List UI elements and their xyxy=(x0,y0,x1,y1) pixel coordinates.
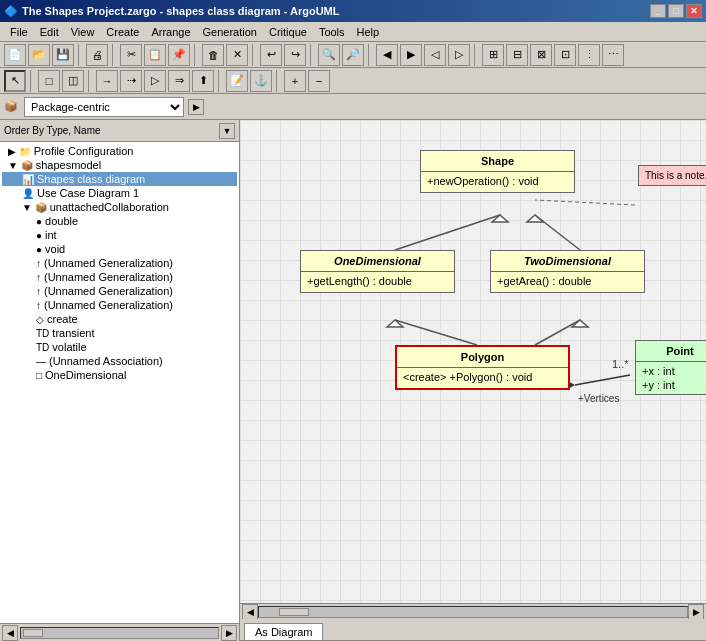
align3-btn[interactable]: ⊠ xyxy=(530,44,552,66)
pkg-scroll-right[interactable]: ▶ xyxy=(188,99,204,115)
tree-scroll-left[interactable]: ◀ xyxy=(2,625,18,641)
uml-class-shape[interactable]: Shape +newOperation() : void xyxy=(420,150,575,193)
tree-item-td1[interactable]: TD transient xyxy=(2,326,237,340)
tree-item-double[interactable]: ● double xyxy=(2,214,237,228)
align4-btn[interactable]: ⊡ xyxy=(554,44,576,66)
gen-tool[interactable]: ▷ xyxy=(144,70,166,92)
tree-area[interactable]: ▶ 📁 Profile Configuration ▼ 📦 shapesmode… xyxy=(0,142,239,623)
tree-hscroll-track[interactable] xyxy=(20,627,219,639)
tree-header: Order By Type, Name ▼ xyxy=(0,120,239,142)
title-text: The Shapes Project.zargo - shapes class … xyxy=(22,5,339,17)
hscroll-track[interactable] xyxy=(258,606,688,618)
menu-arrange[interactable]: Arrange xyxy=(145,24,196,40)
tree-item-shapesmodel[interactable]: ▼ 📦 shapesmodel xyxy=(2,158,237,172)
tree-item-void[interactable]: ● void xyxy=(2,242,237,256)
diagram-icon: 📊 xyxy=(22,174,34,185)
tree-order-label: Order By Type, Name xyxy=(4,125,101,136)
nav1-btn[interactable]: ◀ xyxy=(376,44,398,66)
tree-item-int[interactable]: ● int xyxy=(2,228,237,242)
tree-item-label: Profile Configuration xyxy=(34,145,134,157)
menu-edit[interactable]: Edit xyxy=(34,24,65,40)
gen-icon: ↑ xyxy=(36,258,41,269)
hscroll-left[interactable]: ◀ xyxy=(242,604,258,620)
maximize-button[interactable]: □ xyxy=(668,4,684,18)
align6-btn[interactable]: ⋯ xyxy=(602,44,624,66)
undo-btn[interactable]: ↩ xyxy=(260,44,282,66)
zoom-out-tool[interactable]: − xyxy=(308,70,330,92)
new-btn[interactable]: 📄 xyxy=(4,44,26,66)
uml-note[interactable]: This is a note. xyxy=(638,165,706,186)
tree-hscroll-thumb[interactable] xyxy=(23,629,43,637)
assoc-tool[interactable]: → xyxy=(96,70,118,92)
tree-scroll-right[interactable]: ▶ xyxy=(221,625,237,641)
open-btn[interactable]: 📂 xyxy=(28,44,50,66)
tree-item-usecase[interactable]: 👤 Use Case Diagram 1 xyxy=(2,186,237,200)
nav-tool[interactable]: ⬆ xyxy=(192,70,214,92)
tree-item-shapes-diagram[interactable]: 📊 Shapes class diagram xyxy=(2,172,237,186)
nav4-btn[interactable]: ▷ xyxy=(448,44,470,66)
tree-item-assoc[interactable]: — (Unnamed Association) xyxy=(2,354,237,368)
menubar: File Edit View Create Arrange Generation… xyxy=(0,22,706,42)
uml-class-point[interactable]: Point +x : int +y : int xyxy=(635,340,706,395)
paste-btn[interactable]: 📌 xyxy=(168,44,190,66)
menu-tools[interactable]: Tools xyxy=(313,24,351,40)
class-ops-twodim: +getArea() : double xyxy=(491,272,644,292)
tab-as-diagram[interactable]: As Diagram xyxy=(244,623,323,640)
save-btn[interactable]: 💾 xyxy=(52,44,74,66)
redo-btn[interactable]: ↪ xyxy=(284,44,306,66)
align1-btn[interactable]: ⊞ xyxy=(482,44,504,66)
anchor-tool[interactable]: ⚓ xyxy=(250,70,272,92)
nav2-btn[interactable]: ▶ xyxy=(400,44,422,66)
class-tool[interactable]: □ xyxy=(38,70,60,92)
tree-item-gen1[interactable]: ↑ (Unnamed Generalization) xyxy=(2,256,237,270)
zoom-in-tool[interactable]: + xyxy=(284,70,306,92)
tree-item-create[interactable]: ◇ create xyxy=(2,312,237,326)
nav3-btn[interactable]: ◁ xyxy=(424,44,446,66)
zoom-btn[interactable]: 🔎 xyxy=(342,44,364,66)
menu-file[interactable]: File xyxy=(4,24,34,40)
tree-item-label: Use Case Diagram 1 xyxy=(37,187,139,199)
menu-critique[interactable]: Critique xyxy=(263,24,313,40)
tree-item-gen3[interactable]: ↑ (Unnamed Generalization) xyxy=(2,284,237,298)
folder-icon: ▶ 📁 xyxy=(8,146,31,157)
tree-item-onedim[interactable]: □ OneDimensional xyxy=(2,368,237,382)
delete-btn[interactable]: ✕ xyxy=(226,44,248,66)
package-icon: 📦 xyxy=(4,100,18,113)
tree-item-profile[interactable]: ▶ 📁 Profile Configuration xyxy=(2,144,237,158)
menu-view[interactable]: View xyxy=(65,24,101,40)
hscroll-thumb[interactable] xyxy=(279,608,309,616)
menu-generation[interactable]: Generation xyxy=(197,24,263,40)
align2-btn[interactable]: ⊟ xyxy=(506,44,528,66)
dep-tool[interactable]: ⇢ xyxy=(120,70,142,92)
hscroll-right[interactable]: ▶ xyxy=(688,604,704,620)
tree-item-td2[interactable]: TD volatile xyxy=(2,340,237,354)
tree-scroll-btn[interactable]: ▼ xyxy=(219,123,235,139)
diagram-area[interactable]: 1..* +Vertices Shape +newOperation() : v… xyxy=(240,120,706,603)
align5-btn[interactable]: ⋮ xyxy=(578,44,600,66)
type-icon2: ● xyxy=(36,230,42,241)
gen-icon3: ↑ xyxy=(36,286,41,297)
remove-btn[interactable]: 🗑 xyxy=(202,44,224,66)
interface-tool[interactable]: ◫ xyxy=(62,70,84,92)
package-select[interactable]: Package-centric xyxy=(24,97,184,117)
svg-line-8 xyxy=(575,375,630,385)
print-btn[interactable]: 🖨 xyxy=(86,44,108,66)
tree-item-label: transient xyxy=(52,327,94,339)
tree-item-collab[interactable]: ▼ 📦 unattachedCollaboration xyxy=(2,200,237,214)
uml-class-polygon[interactable]: Polygon <create> +Polygon() : void xyxy=(395,345,570,390)
search-btn[interactable]: 🔍 xyxy=(318,44,340,66)
note-tool[interactable]: 📝 xyxy=(226,70,248,92)
menu-help[interactable]: Help xyxy=(351,24,386,40)
cut-btn[interactable]: ✂ xyxy=(120,44,142,66)
select-tool[interactable]: ↖ xyxy=(4,70,26,92)
realize-tool[interactable]: ⇒ xyxy=(168,70,190,92)
menu-create[interactable]: Create xyxy=(100,24,145,40)
uml-class-onedim[interactable]: OneDimensional +getLength() : double xyxy=(300,250,455,293)
uml-class-twodim[interactable]: TwoDimensional +getArea() : double xyxy=(490,250,645,293)
tree-item-gen4[interactable]: ↑ (Unnamed Generalization) xyxy=(2,298,237,312)
copy-btn[interactable]: 📋 xyxy=(144,44,166,66)
minimize-button[interactable]: _ xyxy=(650,4,666,18)
tree-item-gen2[interactable]: ↑ (Unnamed Generalization) xyxy=(2,270,237,284)
close-button[interactable]: ✕ xyxy=(686,4,702,18)
class-name-point: Point xyxy=(636,341,706,362)
